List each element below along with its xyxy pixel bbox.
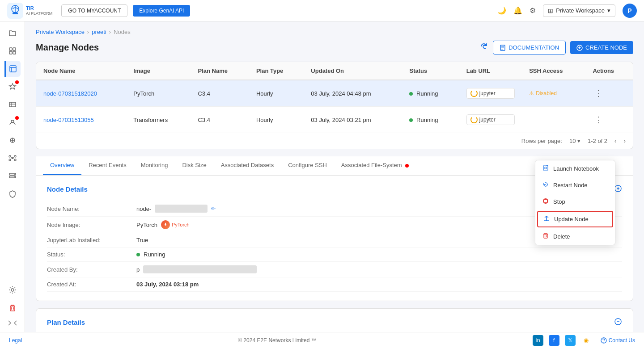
col-ssh-access: SSH Access	[522, 62, 585, 80]
table-row[interactable]: node-070315182020 PyTorch C3.4 Hourly 03…	[36, 80, 633, 107]
node-details-title: Node Details	[47, 185, 88, 193]
logo: TIR AI PLATFORM	[7, 3, 52, 19]
update-icon	[543, 215, 550, 223]
workspace-selector[interactable]: ⊞ Private Workspace ▾	[543, 4, 615, 17]
sidebar-item-datasets[interactable]	[4, 96, 21, 113]
col-lab-url: Lab URL	[459, 62, 522, 80]
tab-recent-events[interactable]: Recent Events	[81, 156, 134, 175]
jupyterlab-value: True	[136, 237, 148, 243]
jupyter-launch-2[interactable]: jupyter	[466, 114, 515, 125]
sidebar-item-trash[interactable]	[4, 300, 21, 316]
settings-button[interactable]: ⚙	[530, 6, 536, 15]
myaccount-button[interactable]: GO TO MYACCOUNT	[61, 4, 127, 17]
table-row[interactable]: node-07031513055 Transformers C3.4 Hourl…	[36, 107, 633, 133]
col-actions: Actions	[585, 62, 633, 80]
edit-name-icon[interactable]: ✏	[211, 205, 216, 212]
svg-line-21	[11, 157, 12, 158]
status-row: Status: Running	[47, 247, 622, 262]
breadcrumb-page: Nodes	[114, 29, 131, 35]
svg-line-24	[13, 159, 14, 159]
node-image-2: Transformers	[126, 107, 191, 133]
breadcrumb-workspace[interactable]: Private Workspace	[36, 29, 85, 35]
stop-icon	[542, 198, 549, 205]
sidebar-item-folder[interactable]	[4, 25, 21, 41]
social-links: in f 𝕏 ◉	[533, 335, 592, 346]
facebook-icon[interactable]: f	[549, 335, 559, 346]
nodes-table: Node Name Image Plan Name Plan Type Upda…	[36, 62, 633, 149]
menu-stop-label: Stop	[553, 198, 565, 205]
node-link-1[interactable]: node-070315182020	[43, 90, 97, 97]
refresh-button[interactable]	[479, 42, 488, 53]
node-status-2: Running	[402, 107, 459, 133]
svg-point-28	[14, 176, 15, 177]
col-updated-on: Updated On	[304, 62, 402, 80]
menu-launch-notebook[interactable]: Launch Notebook	[535, 160, 615, 177]
sidebar-item-security[interactable]	[4, 186, 21, 202]
tab-disk-size[interactable]: Disk Size	[175, 156, 213, 175]
linkedin-icon[interactable]: in	[533, 335, 543, 346]
tab-associated-datasets[interactable]: Associated Datasets	[214, 156, 281, 175]
explore-genai-button[interactable]: Explore GenAI API	[133, 5, 190, 17]
avatar[interactable]: P	[623, 4, 637, 18]
rss-icon[interactable]: ◉	[581, 335, 592, 346]
legal-link[interactable]: Legal	[9, 337, 22, 344]
documentation-button[interactable]: DOCUMENTATION	[493, 41, 566, 55]
menu-stop[interactable]: Stop	[535, 193, 615, 210]
svg-point-18	[14, 155, 16, 157]
actions-menu-1[interactable]: ⋮	[593, 87, 604, 100]
col-image: Image	[126, 62, 191, 80]
sidebar-item-dashboard[interactable]	[4, 43, 21, 59]
create-node-button[interactable]: CREATE NODE	[570, 41, 633, 54]
sidebar-item-network[interactable]	[4, 150, 21, 166]
sidebar-item-storage[interactable]	[4, 168, 21, 184]
sidebar-item-models[interactable]	[4, 132, 21, 148]
svg-rect-44	[544, 234, 547, 238]
tab-monitoring[interactable]: Monitoring	[134, 156, 175, 175]
logo-brand: TIR	[26, 5, 52, 11]
sidebar-item-deployments[interactable]	[4, 79, 21, 95]
page-range: 1-2 of 2	[588, 138, 607, 144]
menu-delete[interactable]: Delete	[535, 228, 615, 245]
svg-rect-4	[9, 51, 12, 54]
documentation-label: DOCUMENTATION	[508, 44, 559, 51]
next-page-button[interactable]: ›	[624, 138, 626, 144]
workspace-label: Private Workspace	[556, 7, 605, 14]
col-status: Status	[402, 62, 459, 80]
sidebar-item-settings[interactable]	[4, 282, 21, 298]
node-plan-1: C3.4	[191, 80, 249, 107]
dark-mode-toggle[interactable]: 🌙	[497, 6, 506, 15]
breadcrumb-user[interactable]: preeti	[92, 29, 106, 35]
sidebar-expand-button[interactable]	[4, 318, 21, 328]
ssh-access-1: ⚠ Disabled	[529, 90, 578, 96]
jupyter-launch-1[interactable]: jupyter	[466, 88, 515, 99]
col-plan-type: Plan Type	[249, 62, 304, 80]
breadcrumb: Private Workspace › preeti › Nodes	[36, 29, 633, 35]
copyright: © 2024 E2E Networks Limited ™	[238, 337, 317, 344]
sidebar-item-teams[interactable]	[4, 114, 21, 130]
rows-per-page-value: 10 ▾	[569, 138, 580, 144]
svg-line-23	[11, 159, 12, 159]
twitter-icon[interactable]: 𝕏	[565, 335, 576, 346]
launch-icon	[542, 165, 549, 172]
contact-us-link[interactable]: Contact Us	[601, 337, 635, 344]
node-link-2[interactable]: node-07031513055	[43, 117, 94, 123]
restart-icon	[542, 181, 549, 189]
notifications-button[interactable]: 🔔	[513, 6, 522, 15]
page-title: Manage Nodes	[36, 42, 99, 53]
plan-details-title: Plan Details	[47, 319, 85, 326]
node-type-2: Hourly	[249, 107, 304, 133]
menu-restart-node[interactable]: Restart Node	[535, 177, 615, 193]
svg-rect-3	[13, 48, 16, 50]
svg-line-22	[13, 157, 14, 158]
tab-configure-ssh[interactable]: Configure SSH	[281, 156, 334, 175]
pagination: Rows per page: 10 ▾ 1-2 of 2 ‹ ›	[36, 133, 633, 149]
actions-menu-2[interactable]: ⋮	[593, 113, 604, 126]
tab-associated-filesystem[interactable]: Associated File-System	[334, 156, 416, 175]
created-by-blurred: ████████████████████████████	[143, 265, 257, 273]
sidebar-item-nodes[interactable]	[4, 61, 21, 77]
prev-page-button[interactable]: ‹	[614, 138, 616, 144]
tab-overview[interactable]: Overview	[43, 156, 81, 175]
plan-details-collapse[interactable]	[614, 318, 622, 327]
menu-update-node[interactable]: Update Node	[537, 211, 613, 227]
table-section: Node Name Image Plan Name Plan Type Upda…	[36, 62, 633, 149]
